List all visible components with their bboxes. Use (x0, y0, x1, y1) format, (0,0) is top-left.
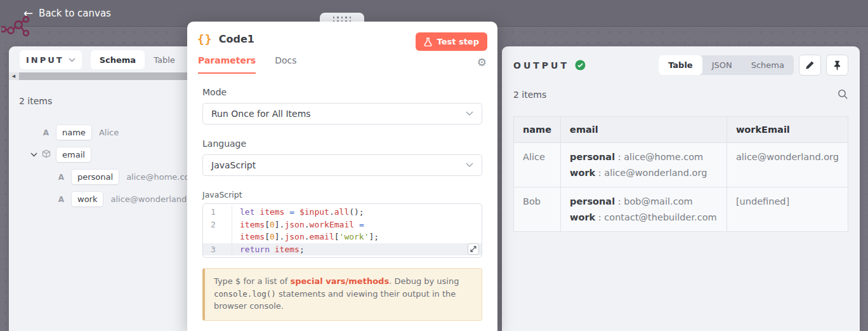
code-token: = (359, 220, 364, 229)
code-node-icon: {} (197, 32, 213, 46)
code-token (294, 207, 299, 217)
column-header-email: email (561, 117, 727, 143)
cell-workemail: alice@wonderland.org (727, 143, 848, 187)
code-line: 2items[0].json.workEmail = (203, 219, 482, 231)
language-select[interactable]: JavaScript (202, 154, 482, 176)
email-key: work (570, 168, 595, 178)
code-token: 0 (270, 232, 275, 241)
settings-gear-icon[interactable]: ⚙ (477, 56, 487, 74)
code-token: . (329, 207, 334, 217)
modal-body: Mode Run Once for All Items Language Jav… (187, 74, 497, 321)
schema-key-pill[interactable]: personal (72, 170, 119, 184)
input-panel: INPUT SchemaTableJSON ◀ 2 items AnameAli… (9, 46, 209, 331)
code-token: all (334, 207, 349, 217)
drag-dots-icon (333, 17, 352, 22)
hint-text: console.log() (214, 289, 276, 299)
email-entry: work : alice@wonderland.org (570, 168, 718, 178)
mode-field: Mode Run Once for All Items (202, 87, 482, 125)
cell-name: Bob (514, 187, 561, 232)
input-items-count: 2 items (19, 96, 209, 106)
email-key: work (570, 212, 595, 222)
code-line: 1let items = $input.all(); (203, 206, 482, 219)
pin-data-button[interactable] (826, 55, 848, 76)
line-number: 3 (203, 243, 232, 256)
node-title: Code1 (219, 33, 254, 45)
tab-parameters[interactable]: Parameters (198, 55, 256, 74)
chevron-down-icon (466, 163, 473, 168)
email-entry: personal : bob@mail.com (570, 196, 718, 206)
schema-key-pill[interactable]: work (72, 192, 103, 206)
code-editor[interactable]: 1let items = $input.all();2items[0].json… (202, 203, 482, 258)
code-token: 0 (270, 220, 275, 229)
code-token: items (260, 207, 284, 217)
code-token: email (310, 232, 334, 241)
schema-tree-row: Apersonalalice@home.com (9, 166, 209, 188)
code-token: (); (349, 207, 364, 217)
test-step-button[interactable]: Test step (416, 32, 487, 51)
output-table: nameemailworkEmail Alicepersonal : alice… (513, 116, 848, 232)
code-token: ]; (369, 232, 379, 241)
input-horizontal-scrollbar[interactable]: ◀ (9, 72, 209, 80)
output-tab-schema[interactable]: Schema (742, 55, 794, 75)
chevron-down-icon (69, 58, 76, 62)
tab-docs[interactable]: Docs (275, 55, 296, 74)
code-token: [ (265, 220, 270, 229)
email-key: personal (570, 152, 615, 162)
schema-key-pill[interactable]: email (56, 147, 91, 162)
code-token: json (284, 220, 304, 229)
code-token (270, 245, 275, 254)
code-token: . (305, 220, 310, 229)
code-editor-label: JavaScript (202, 190, 482, 199)
input-panel-toolbar: INPUT SchemaTableJSON (9, 46, 209, 69)
scroll-left-arrow-icon[interactable]: ◀ (9, 72, 18, 80)
output-title: OUTPUT (513, 60, 569, 71)
table-row: Alicepersonal : alice@home.comwork : ali… (514, 143, 848, 187)
search-icon[interactable] (838, 89, 848, 100)
input-tab-table[interactable]: Table (145, 50, 184, 69)
output-view-tabs: TableJSONSchema (659, 55, 794, 75)
expand-editor-button[interactable] (468, 243, 479, 255)
scrollbar-thumb[interactable] (19, 72, 209, 80)
back-label: Back to canvas (39, 8, 111, 19)
output-tab-table[interactable]: Table (659, 55, 702, 75)
code-token: items (240, 232, 265, 241)
pin-icon (832, 60, 842, 71)
node-detail-modal: {} Code1 Test step ParametersDocs ⚙ Mode… (187, 22, 497, 331)
code-token: ]. (275, 220, 285, 229)
language-label: Language (202, 138, 482, 149)
language-value: JavaScript (211, 160, 256, 170)
email-entry: work : contact@thebuilder.com (570, 212, 718, 222)
string-type-icon: A (41, 128, 51, 137)
output-items-count: 2 items (513, 90, 546, 100)
expand-chevron-icon[interactable] (27, 152, 41, 157)
output-panel: OUTPUT TableJSONSchema 2 items nameemail… (502, 46, 860, 331)
schema-key-pill[interactable]: name (56, 125, 91, 140)
expand-icon (470, 246, 477, 252)
special-vars-link[interactable]: special vars/methods (290, 276, 389, 286)
test-step-label: Test step (437, 37, 479, 46)
back-button[interactable]: ← Back to canvas (23, 8, 111, 19)
code-text: return items; (232, 243, 305, 256)
code-token: 'work' (339, 232, 369, 241)
email-key: personal (570, 196, 615, 206)
line-number: 2 (203, 219, 232, 231)
code-text: let items = $input.all(); (232, 206, 364, 219)
code-line: 3return items; (203, 243, 482, 256)
modal-header: {} Code1 Test step (187, 22, 497, 46)
input-tab-schema[interactable]: Schema (91, 50, 145, 69)
input-source-selector[interactable]: INPUT (20, 50, 82, 69)
code-token: let (240, 207, 254, 217)
code-token (354, 220, 359, 229)
code-token: items (240, 220, 265, 229)
mode-select[interactable]: Run Once for All Items (202, 103, 482, 125)
string-type-icon: A (56, 195, 67, 204)
output-tab-json[interactable]: JSON (702, 55, 742, 75)
edit-output-button[interactable] (799, 55, 821, 76)
string-type-icon: A (56, 173, 67, 182)
object-cube-icon (41, 149, 51, 160)
output-toolbar: TableJSONSchema (659, 55, 848, 76)
code-token: = (289, 207, 294, 217)
code-token: . (305, 232, 310, 241)
cell-name: Alice (514, 143, 561, 187)
line-number (203, 231, 232, 243)
